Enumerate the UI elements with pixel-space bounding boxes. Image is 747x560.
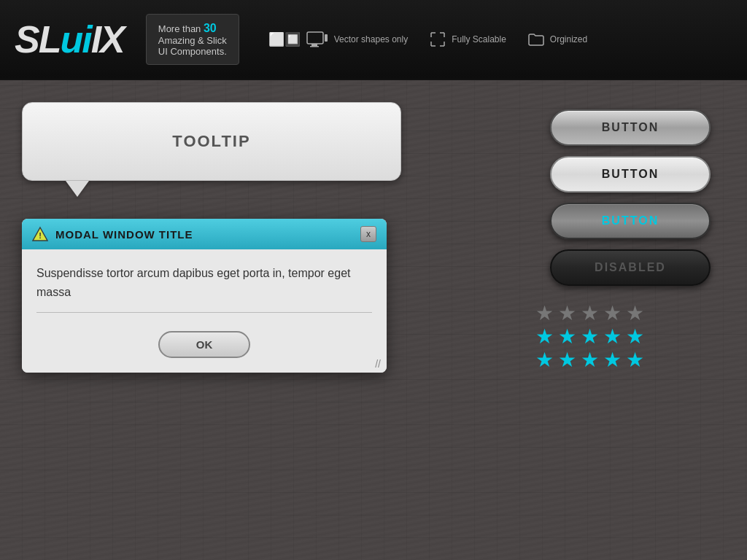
modal-ok-button[interactable]: OK — [158, 331, 251, 358]
logo: SLuiIX — [15, 18, 124, 61]
star-c5[interactable]: ★ — [626, 327, 644, 347]
tooltip-box: TOOLTIP — [22, 102, 401, 181]
star-row-gray: ★ ★ ★ ★ ★ — [535, 303, 725, 324]
feature-vector-label: Vector shapes only — [334, 34, 408, 44]
stars-section: ★ ★ ★ ★ ★ ★ ★ ★ ★ ★ ★ ★ ★ ★ ★ — [535, 303, 725, 370]
logo-ix: IX — [91, 18, 124, 61]
star-d5[interactable]: ★ — [626, 350, 644, 370]
logo-sl: SL — [15, 18, 60, 61]
warning-icon: ! — [32, 226, 48, 242]
star-4[interactable]: ★ — [603, 303, 622, 324]
star-d3[interactable]: ★ — [581, 350, 599, 370]
star-5[interactable]: ★ — [626, 303, 644, 324]
tagline-line1: More than 30 — [158, 22, 227, 35]
svg-text:!: ! — [39, 231, 42, 240]
svg-rect-3 — [325, 34, 328, 42]
star-row-cyan-1: ★ ★ ★ ★ ★ — [535, 327, 725, 347]
folder-icon — [528, 33, 544, 46]
star-c3[interactable]: ★ — [581, 327, 599, 347]
star-d1[interactable]: ★ — [535, 350, 554, 370]
tagline-line2: Amazing & Slick — [158, 35, 227, 46]
feature-scalable-label: Fully Scalable — [452, 34, 506, 44]
star-1[interactable]: ★ — [535, 303, 554, 324]
tooltip-pointer — [66, 181, 89, 197]
button-normal[interactable]: BUTTON — [550, 109, 711, 146]
right-column: BUTTON BUTTON BUTTON DISABLED ★ ★ ★ ★ ★ … — [535, 102, 725, 538]
modal-body: Suspendisse tortor arcum dapibus eget po… — [22, 249, 387, 331]
tooltip-container: TOOLTIP — [22, 102, 401, 197]
modal-body-text: Suspendisse tortor arcum dapibus eget po… — [36, 264, 372, 301]
main-content: TOOLTIP ! MODAL WINDOW TITLE x — [0, 80, 747, 560]
modal-titlebar: ! MODAL WINDOW TITLE x — [22, 219, 387, 249]
star-d4[interactable]: ★ — [603, 350, 622, 370]
feature-organized: Orginized — [528, 33, 587, 46]
button-disabled: DISABLED — [550, 249, 711, 286]
button-active[interactable]: BUTTON — [550, 203, 711, 239]
tagline-line3: UI Components. — [158, 46, 227, 57]
star-2[interactable]: ★ — [558, 303, 576, 324]
tagline-box: More than 30 Amazing & Slick UI Componen… — [146, 14, 239, 65]
modal-window: ! MODAL WINDOW TITLE x Suspendisse torto… — [22, 219, 387, 373]
button-hover[interactable]: BUTTON — [550, 156, 711, 192]
modal-close-button[interactable]: x — [360, 226, 376, 242]
star-c1[interactable]: ★ — [535, 327, 554, 347]
feature-organized-label: Orginized — [550, 34, 587, 44]
svg-rect-2 — [310, 46, 319, 47]
modal-divider — [36, 312, 372, 313]
modal-footer: OK // — [22, 331, 387, 373]
star-3[interactable]: ★ — [581, 303, 599, 324]
monitor-icon-svg — [306, 31, 328, 47]
feature-vector: ⬜🔲 Vector shapes only — [268, 31, 408, 47]
svg-rect-0 — [307, 32, 323, 44]
monitor-icon: ⬜🔲 — [268, 31, 301, 47]
header-features: ⬜🔲 Vector shapes only Fully Scalable — [268, 31, 587, 47]
left-column: TOOLTIP ! MODAL WINDOW TITLE x — [22, 102, 514, 538]
header: SLuiIX More than 30 Amazing & Slick UI C… — [0, 0, 747, 80]
star-row-cyan-2: ★ ★ ★ ★ ★ — [535, 350, 725, 370]
scalable-icon — [430, 31, 446, 47]
resize-handle: // — [375, 358, 381, 370]
modal-title-left: ! MODAL WINDOW TITLE — [32, 226, 193, 242]
star-d2[interactable]: ★ — [558, 350, 576, 370]
logo-ui: ui — [60, 18, 90, 61]
feature-scalable: Fully Scalable — [430, 31, 506, 47]
tooltip-text: TOOLTIP — [172, 132, 250, 151]
star-c2[interactable]: ★ — [558, 327, 576, 347]
svg-rect-1 — [311, 44, 317, 46]
star-c4[interactable]: ★ — [603, 327, 622, 347]
modal-title-text: MODAL WINDOW TITLE — [55, 228, 193, 241]
